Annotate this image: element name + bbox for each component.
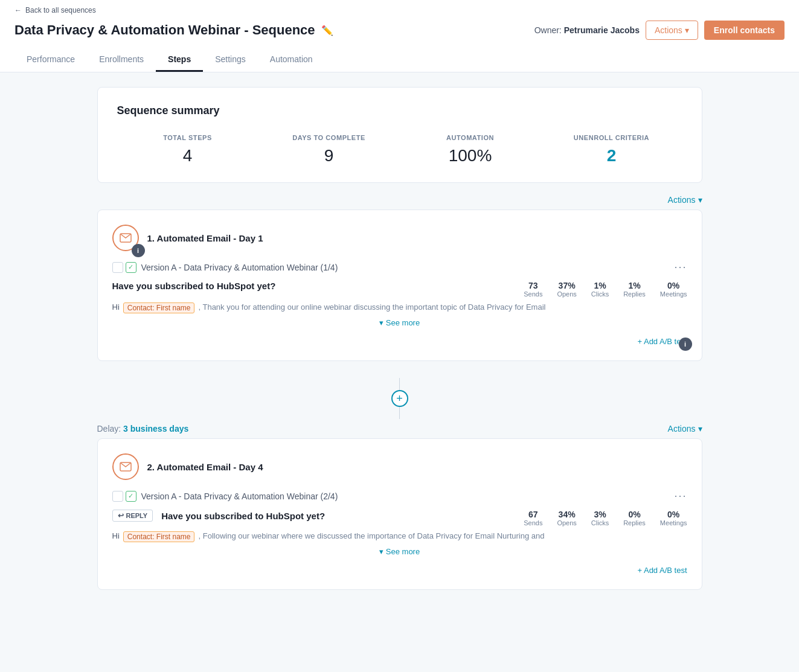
stat-automation: AUTOMATION 100%: [400, 134, 541, 165]
info-badge-bottom-right[interactable]: i: [679, 338, 692, 351]
reply-badge: ↩ REPLY: [112, 510, 153, 522]
chevron-down-icon-2: ▾: [698, 424, 702, 434]
step-2-see-more[interactable]: ▾ See more: [112, 547, 687, 556]
stat-replies-1: 1% Replies: [623, 281, 646, 298]
tab-steps[interactable]: Steps: [156, 48, 203, 72]
tab-automation[interactable]: Automation: [258, 48, 325, 72]
step-1-section: Actions ▾ i 1. Automated Email - Day 1: [97, 195, 702, 361]
step-2-title: 2. Automated Email - Day 4: [147, 462, 263, 472]
back-link[interactable]: ← Back to all sequences: [14, 0, 785, 17]
stat-clicks-2: 3% Clicks: [591, 510, 609, 526]
contact-token-2: Contact: First name: [123, 531, 195, 542]
reply-arrow-icon: ↩: [118, 511, 124, 520]
step-2-version-label: Version A - Data Privacy & Automation We…: [141, 491, 338, 501]
enroll-contacts-button[interactable]: Enroll contacts: [704, 21, 785, 40]
step-1-title: 1. Automated Email - Day 1: [147, 233, 263, 243]
step-2-subject-row: ↩ REPLY Have you subscribed to HubSpot y…: [112, 510, 524, 522]
step-2-subject: Have you subscribed to HubSpot yet?: [161, 511, 325, 521]
step-1-stats: 73 Sends 37% Opens 1% Clicks 1% Replies: [524, 281, 687, 298]
step-1-card: i 1. Automated Email - Day 1 ✓ Versio: [97, 210, 702, 361]
step-2-preview: Hi Contact: First name , Following our w…: [112, 531, 687, 542]
stat-opens-1: 37% Opens: [557, 281, 576, 298]
step-2-version-row: ✓ Version A - Data Privacy & Automation …: [112, 490, 687, 502]
stat-sends-2: 67 Sends: [524, 510, 542, 526]
step-2-more-icon[interactable]: ···: [674, 490, 687, 502]
delay-label: Delay: 3 business days: [97, 424, 189, 434]
step-2-card: 2. Automated Email - Day 4 ✓ Version A -…: [97, 438, 702, 590]
step-1-more-icon[interactable]: ···: [674, 261, 687, 274]
step-1-see-more[interactable]: ▾ See more: [112, 318, 687, 327]
stat-days-to-complete: DAYS TO COMPLETE 9: [258, 134, 400, 165]
stat-meetings-1: 0% Meetings: [660, 281, 687, 298]
add-step-button[interactable]: +: [391, 390, 408, 407]
tab-performance[interactable]: Performance: [14, 48, 87, 72]
stat-unenroll-criteria: UNENROLL CRITERIA 2: [541, 134, 682, 165]
step-2-section: Delay: 3 business days Actions ▾ 2. Auto…: [97, 424, 702, 590]
page-title: Data Privacy & Automation Webinar - Sequ…: [14, 22, 315, 38]
step-connector: +: [97, 373, 702, 424]
summary-card: Sequence summary TOTAL STEPS 4 DAYS TO C…: [97, 87, 702, 183]
stat-opens-2: 34% Opens: [557, 510, 576, 526]
delay-row: Delay: 3 business days Actions ▾: [97, 424, 702, 434]
owner-name: Petrumarie Jacobs: [564, 25, 640, 35]
step-1-check[interactable]: ✓: [126, 262, 136, 273]
step-1-add-ab[interactable]: + Add A/B test: [112, 337, 687, 346]
stat-total-steps: TOTAL STEPS 4: [117, 134, 258, 165]
edit-icon[interactable]: ✏️: [321, 25, 333, 36]
step-2-checkbox-area[interactable]: ✓: [112, 491, 136, 502]
owner-label: Owner: Petrumarie Jacobs: [534, 25, 640, 35]
back-link-text: Back to all sequences: [25, 6, 96, 14]
chevron-down-icon: ▾: [685, 25, 689, 35]
info-badge-top[interactable]: i: [132, 244, 145, 257]
step-1-actions-link[interactable]: Actions ▾: [668, 195, 702, 205]
step-2-icon: [112, 453, 139, 480]
step-2-header: 2. Automated Email - Day 4: [112, 453, 687, 480]
step-2-add-ab[interactable]: + Add A/B test: [112, 566, 687, 575]
actions-dropdown-button[interactable]: Actions ▾: [646, 21, 698, 40]
step-1-checkbox[interactable]: [112, 262, 123, 273]
stat-clicks-1: 1% Clicks: [591, 281, 609, 298]
chevron-down-icon: ▾: [698, 195, 702, 205]
nav-tabs: Performance Enrollments Steps Settings A…: [14, 48, 785, 72]
contact-token-1: Contact: First name: [123, 302, 195, 313]
step-2-stats: 67 Sends 34% Opens 3% Clicks 0% Replies: [524, 510, 687, 526]
tab-enrollments[interactable]: Enrollments: [87, 48, 156, 72]
step-1-preview: Hi Contact: First name , Thank you for a…: [112, 302, 687, 313]
step-1-version-row: ✓ Version A - Data Privacy & Automation …: [112, 261, 687, 274]
step-2-checkbox[interactable]: [112, 491, 123, 502]
stat-replies-2: 0% Replies: [623, 510, 646, 526]
connector-line-bottom: [399, 407, 400, 419]
summary-stats: TOTAL STEPS 4 DAYS TO COMPLETE 9 AUTOMAT…: [117, 134, 682, 165]
step-1-checkbox-area[interactable]: ✓: [112, 262, 136, 273]
step-1-version-label: Version A - Data Privacy & Automation We…: [141, 263, 338, 272]
summary-title: Sequence summary: [117, 104, 682, 117]
connector-line-top: [399, 378, 400, 390]
stat-meetings-2: 0% Meetings: [660, 510, 687, 526]
back-arrow-icon: ←: [14, 6, 22, 14]
step-1-header: 1. Automated Email - Day 1: [112, 225, 687, 251]
tab-settings[interactable]: Settings: [203, 48, 258, 72]
stat-sends-1: 73 Sends: [524, 281, 542, 298]
step-2-check[interactable]: ✓: [126, 491, 136, 502]
delay-value: 3 business days: [123, 424, 188, 434]
step-2-actions-link[interactable]: Actions ▾: [668, 424, 702, 434]
